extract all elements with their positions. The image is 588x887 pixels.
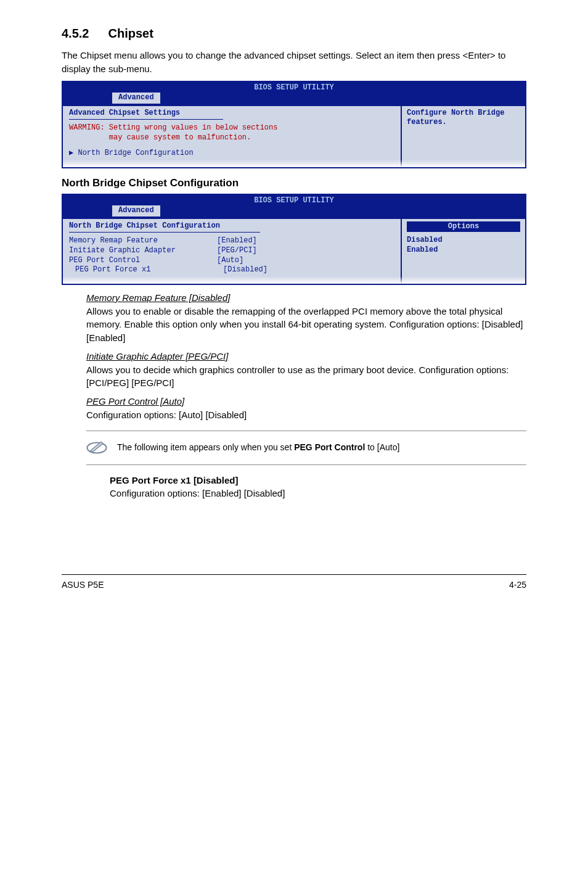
explain-title: Initiate Graphic Adapter [PEG/PCI] <box>86 350 526 363</box>
explain-title: Memory Remap Feature [Disabled] <box>86 291 526 305</box>
bios-row-value: [Auto] <box>217 256 243 266</box>
bios-row-value: [Disabled] <box>223 265 267 275</box>
explanation-block: Memory Remap Feature [Disabled] Allows y… <box>86 291 526 422</box>
note-text: The following item appears only when you… <box>117 441 399 453</box>
note-bold: PEG Port Control <box>294 442 365 452</box>
bios-main-panel: Advanced Chipset Settings WARMING: Setti… <box>63 106 402 167</box>
page-footer: ASUS P5E 4-25 <box>62 574 526 591</box>
bios-row-value: [Enabled] <box>217 236 257 246</box>
option-disabled[interactable]: Disabled <box>407 236 520 245</box>
section-number: 4.5.2 <box>62 25 105 43</box>
explain-body: Allows you to enable or disable the rema… <box>86 305 526 345</box>
option-enabled[interactable]: Enabled <box>407 245 520 255</box>
bios-row[interactable]: Memory Remap Feature [Enabled] <box>69 236 394 246</box>
bios-tab-row: Advanced <box>63 205 525 218</box>
options-box-title: Options <box>407 221 520 233</box>
bios-tab-advanced[interactable]: Advanced <box>112 205 160 217</box>
bios-header: BIOS SETUP UTILITY <box>63 82 525 93</box>
bios-tab-row: Advanced <box>63 93 525 105</box>
bios-row[interactable]: PEG Port Force x1 [Disabled] <box>69 265 394 275</box>
footer-right: 4-25 <box>509 579 526 591</box>
footer-left: ASUS P5E <box>62 579 104 591</box>
explain-body: Configuration options: [Auto] [Disabled] <box>86 408 526 422</box>
subnote: PEG Port Force x1 [Disabled] Configurati… <box>110 474 526 501</box>
bios-header: BIOS SETUP UTILITY <box>63 195 525 206</box>
bios-side-text: Configure North Bridge features. <box>407 109 520 128</box>
bios-row-label: PEG Port Force x1 <box>75 265 223 275</box>
subnote-title: PEG Port Force x1 [Disabled] <box>110 474 526 487</box>
explain-body: Allows you to decide which graphics cont… <box>86 363 526 390</box>
bios-row-label: Memory Remap Feature <box>69 236 217 246</box>
bios-row[interactable]: PEG Port Control [Auto] <box>69 256 394 266</box>
intro-paragraph: The Chipset menu allows you to change th… <box>62 49 526 76</box>
note-text-a: The following item appears only when you… <box>117 442 294 452</box>
bios-main-title: North Bridge Chipset Configuration <box>69 221 394 231</box>
bios-nav-north-bridge[interactable]: North Bridge Configuration <box>69 149 394 159</box>
bios-warning: WARMING: Setting wrong values in below s… <box>69 123 394 142</box>
bios-main-panel: North Bridge Chipset Configuration Memor… <box>63 219 402 284</box>
bios-row-label: Initiate Graphic Adapter <box>69 246 217 256</box>
section-title-text: Chipset <box>108 27 153 40</box>
bios-panel-1: BIOS SETUP UTILITY Advanced Advanced Chi… <box>62 81 526 169</box>
bios-main-title: Advanced Chipset Settings <box>69 109 394 118</box>
bios-row-label: PEG Port Control <box>69 256 217 266</box>
bios-side-panel: Configure North Bridge features. <box>402 106 525 167</box>
note-text-b: to [Auto] <box>365 442 399 452</box>
bios-panel-2: BIOS SETUP UTILITY Advanced North Bridge… <box>62 194 526 285</box>
bios-side-panel: Options Disabled Enabled <box>402 219 525 284</box>
bios-row-value: [PEG/PCI] <box>217 246 257 256</box>
bios-row[interactable]: Initiate Graphic Adapter [PEG/PCI] <box>69 246 394 256</box>
bios-tab-advanced[interactable]: Advanced <box>112 93 160 104</box>
note-callout: The following item appears only when you… <box>86 431 526 465</box>
subheading: North Bridge Chipset Configuration <box>62 176 526 191</box>
pencil-icon <box>86 437 107 458</box>
section-heading: 4.5.2 Chipset <box>62 25 526 43</box>
subnote-body: Configuration options: [Enabled] [Disabl… <box>110 487 526 500</box>
explain-title: PEG Port Control [Auto] <box>86 395 526 408</box>
